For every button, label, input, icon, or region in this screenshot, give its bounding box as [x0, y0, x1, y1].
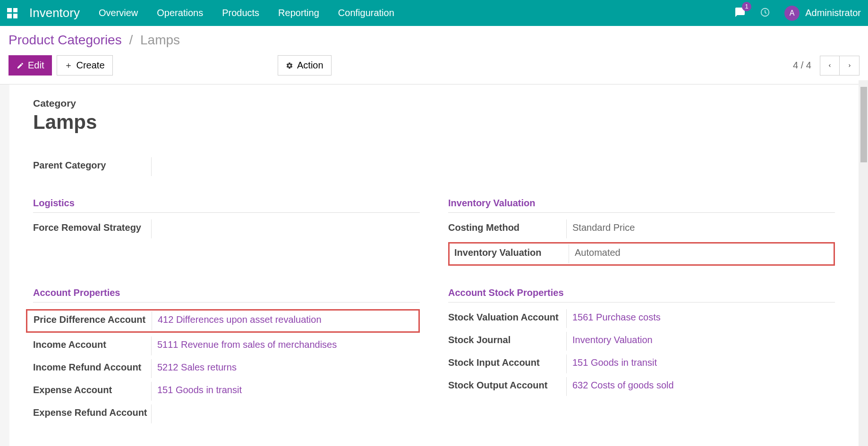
price-diff-value[interactable]: 412 Differences upon asset revaluation — [152, 311, 327, 330]
expense-value[interactable]: 151 Goods in transit — [151, 382, 247, 401]
subheader: Product Categories / Lamps Edit Create A… — [0, 26, 868, 84]
costing-method-row: Costing Method Standard Price — [448, 219, 835, 238]
user-name: Administrator — [805, 8, 861, 18]
app-title[interactable]: Inventory — [29, 6, 80, 20]
inventory-valuation-value[interactable]: Automated — [569, 244, 626, 263]
nav-menu: Overview Operations Products Reporting C… — [99, 8, 734, 18]
income-row: Income Account 5111 Revenue from sales o… — [33, 337, 420, 355]
stock-output-row: Stock Output Account 632 Costs of goods … — [448, 377, 835, 396]
pager-text: 4 / 4 — [793, 60, 811, 71]
force-removal-value[interactable] — [151, 219, 163, 238]
pager-prev[interactable] — [820, 56, 840, 76]
nav-overview[interactable]: Overview — [99, 8, 138, 18]
income-value[interactable]: 5111 Revenue from sales of merchandises — [151, 337, 342, 355]
price-diff-label: Price Difference Account — [34, 311, 152, 325]
action-button[interactable]: Action — [278, 55, 332, 76]
income-refund-label: Income Refund Account — [33, 359, 151, 373]
stock-journal-row: Stock Journal Inventory Valuation — [448, 332, 835, 351]
apps-icon[interactable] — [7, 8, 17, 18]
stock-input-row: Stock Input Account 151 Goods in transit — [448, 354, 835, 373]
pager-next[interactable] — [840, 56, 859, 76]
stock-val-row: Stock Valuation Account 1561 Purchase co… — [448, 309, 835, 328]
parent-category-label: Parent Category — [33, 157, 151, 171]
account-stock-header: Account Stock Properties — [448, 287, 835, 303]
inventory-valuation-header: Inventory Valuation — [448, 198, 835, 213]
nav-products[interactable]: Products — [222, 8, 259, 18]
messages-badge: 1 — [742, 2, 751, 11]
scrollbar[interactable] — [859, 80, 868, 446]
income-label: Income Account — [33, 337, 151, 350]
expense-refund-row: Expense Refund Account — [33, 404, 420, 423]
pencil-icon — [17, 62, 24, 69]
chevron-left-icon — [827, 61, 833, 70]
expense-row: Expense Account 151 Goods in transit — [33, 382, 420, 401]
breadcrumb-separator: / — [129, 33, 133, 47]
action-label: Action — [297, 60, 323, 71]
user-menu[interactable]: A Administrator — [784, 6, 861, 21]
pager: 4 / 4 — [793, 56, 859, 76]
parent-category-row: Parent Category — [33, 157, 835, 176]
income-refund-value[interactable]: 5212 Sales returns — [151, 359, 242, 378]
create-button[interactable]: Create — [57, 55, 112, 76]
chevron-right-icon — [847, 61, 852, 70]
expense-label: Expense Account — [33, 382, 151, 396]
create-label: Create — [76, 60, 104, 71]
logistics-header: Logistics — [33, 198, 420, 213]
breadcrumb-current: Lamps — [140, 33, 180, 47]
costing-method-value[interactable]: Standard Price — [566, 219, 640, 238]
category-label: Category — [33, 98, 835, 109]
force-removal-label: Force Removal Strategy — [33, 219, 151, 233]
activity-icon[interactable] — [760, 7, 770, 19]
category-name: Lamps — [33, 111, 835, 134]
edit-button[interactable]: Edit — [9, 55, 52, 76]
nav-configuration[interactable]: Configuration — [338, 8, 394, 18]
messages-icon[interactable]: 1 — [734, 7, 746, 20]
form-content: Category Lamps Parent Category Logistics… — [9, 84, 859, 446]
inventory-valuation-label: Inventory Valuation — [451, 244, 569, 258]
stock-output-label: Stock Output Account — [448, 377, 566, 391]
expense-refund-value[interactable] — [151, 404, 163, 423]
expense-refund-label: Expense Refund Account — [33, 404, 151, 418]
gear-icon — [286, 62, 293, 69]
scrollbar-thumb[interactable] — [860, 87, 867, 162]
inventory-valuation-row: Inventory Valuation Automated — [448, 242, 835, 266]
stock-input-label: Stock Input Account — [448, 354, 566, 368]
nav-reporting[interactable]: Reporting — [278, 8, 319, 18]
topbar-right: 1 A Administrator — [734, 6, 861, 21]
avatar: A — [784, 6, 800, 21]
force-removal-row: Force Removal Strategy — [33, 219, 420, 238]
stock-output-value[interactable]: 632 Costs of goods sold — [566, 377, 680, 396]
breadcrumb-parent[interactable]: Product Categories — [9, 33, 122, 47]
price-diff-row: Price Difference Account 412 Differences… — [26, 309, 420, 333]
stock-journal-label: Stock Journal — [448, 332, 566, 345]
stock-val-value[interactable]: 1561 Purchase costs — [566, 309, 666, 328]
parent-category-value[interactable] — [151, 157, 163, 176]
plus-icon — [65, 62, 72, 69]
account-properties-header: Account Properties — [33, 287, 420, 303]
toolbar: Edit Create Action 4 / 4 — [9, 55, 859, 76]
stock-val-label: Stock Valuation Account — [448, 309, 566, 323]
income-refund-row: Income Refund Account 5212 Sales returns — [33, 359, 420, 378]
nav-operations[interactable]: Operations — [157, 8, 203, 18]
costing-method-label: Costing Method — [448, 219, 566, 233]
breadcrumb: Product Categories / Lamps — [9, 33, 859, 48]
top-navbar: Inventory Overview Operations Products R… — [0, 0, 868, 26]
stock-journal-value[interactable]: Inventory Valuation — [566, 332, 658, 351]
stock-input-value[interactable]: 151 Goods in transit — [566, 354, 663, 373]
edit-label: Edit — [28, 60, 44, 71]
